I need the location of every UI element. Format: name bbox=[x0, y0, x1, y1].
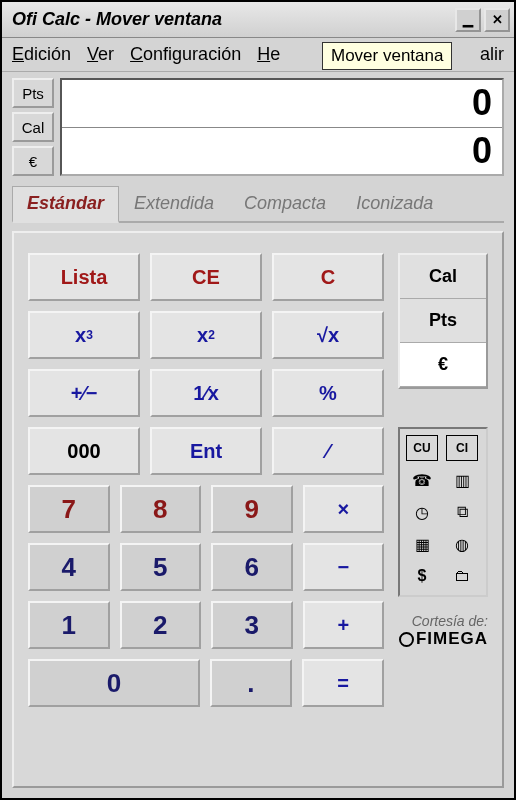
menu-ver[interactable]: Ver bbox=[87, 44, 114, 65]
key-2[interactable]: 2 bbox=[120, 601, 202, 649]
square-button[interactable]: x2 bbox=[150, 311, 262, 359]
window-title: Ofi Calc - Mover ventana bbox=[6, 9, 452, 30]
label-cal[interactable]: Cal bbox=[12, 112, 54, 142]
percent-button[interactable]: % bbox=[272, 369, 384, 417]
key-6[interactable]: 6 bbox=[211, 543, 293, 591]
sqrt-button[interactable]: √x bbox=[272, 311, 384, 359]
key-8[interactable]: 8 bbox=[120, 485, 202, 533]
folder-icon[interactable]: 🗀 bbox=[446, 563, 478, 589]
dollar-icon[interactable]: $ bbox=[406, 563, 438, 589]
key-3[interactable]: 3 bbox=[211, 601, 293, 649]
decimal-button[interactable]: . bbox=[210, 659, 292, 707]
tab-estandar[interactable]: Estándar bbox=[12, 186, 119, 223]
copy-icon[interactable]: ⧉ bbox=[446, 499, 478, 525]
key-4[interactable]: 4 bbox=[28, 543, 110, 591]
keypad-panel: Lista CE C x3 x2 √x +⁄− 1⁄x % 000 Ent ⁄ … bbox=[12, 231, 504, 788]
inverse-button[interactable]: 1⁄x bbox=[150, 369, 262, 417]
globe-icon[interactable]: ◍ bbox=[446, 531, 478, 557]
cube-button[interactable]: x3 bbox=[28, 311, 140, 359]
display-secondary: 0 bbox=[62, 128, 502, 175]
cu-icon[interactable]: CU bbox=[406, 435, 438, 461]
lista-button[interactable]: Lista bbox=[28, 253, 140, 301]
unit-eur[interactable]: € bbox=[400, 343, 486, 387]
menubar: EEdicióndición Ver Configuración HHee Mo… bbox=[2, 38, 514, 72]
slash-button[interactable]: ⁄ bbox=[272, 427, 384, 475]
subtract-button[interactable]: − bbox=[303, 543, 385, 591]
brand-logo: FIMEGA bbox=[398, 629, 488, 649]
menu-salir-frag[interactable]: alir bbox=[480, 44, 504, 65]
titlebar: Ofi Calc - Mover ventana ▁ ✕ bbox=[2, 2, 514, 38]
minimize-button[interactable]: ▁ bbox=[455, 8, 481, 32]
tooltip: Mover ventana bbox=[322, 42, 452, 70]
clock-icon[interactable]: ◷ bbox=[406, 499, 438, 525]
menu-edicion[interactable]: EEdicióndición bbox=[12, 44, 71, 65]
ent-button[interactable]: Ent bbox=[150, 427, 262, 475]
menu-help[interactable]: HHee bbox=[257, 44, 280, 65]
triple-zero-button[interactable]: 000 bbox=[28, 427, 140, 475]
multiply-button[interactable]: × bbox=[303, 485, 385, 533]
unit-selector: Cal Pts € bbox=[398, 253, 488, 389]
key-7[interactable]: 7 bbox=[28, 485, 110, 533]
ci-icon[interactable]: CI bbox=[446, 435, 478, 461]
unit-cal[interactable]: Cal bbox=[400, 255, 486, 299]
calendar-icon[interactable]: ▦ bbox=[406, 531, 438, 557]
display-area: Pts Cal € 0 0 bbox=[12, 78, 504, 176]
key-9[interactable]: 9 bbox=[211, 485, 293, 533]
key-5[interactable]: 5 bbox=[120, 543, 202, 591]
key-1[interactable]: 1 bbox=[28, 601, 110, 649]
phone-icon[interactable]: ☎ bbox=[406, 467, 438, 493]
label-pts[interactable]: Pts bbox=[12, 78, 54, 108]
tabs: Estándar Extendida Compacta Iconizada bbox=[12, 186, 504, 223]
label-eur[interactable]: € bbox=[12, 146, 54, 176]
c-button[interactable]: C bbox=[272, 253, 384, 301]
add-button[interactable]: + bbox=[303, 601, 385, 649]
ce-button[interactable]: CE bbox=[150, 253, 262, 301]
unit-pts[interactable]: Pts bbox=[400, 299, 486, 343]
menu-configuracion[interactable]: Configuración bbox=[130, 44, 241, 65]
key-0[interactable]: 0 bbox=[28, 659, 200, 707]
tab-extendida[interactable]: Extendida bbox=[119, 186, 229, 221]
book-icon[interactable]: ▥ bbox=[446, 467, 478, 493]
plusminus-button[interactable]: +⁄− bbox=[28, 369, 140, 417]
equals-button[interactable]: = bbox=[302, 659, 384, 707]
cortesia-label: Cortesía de: bbox=[398, 613, 488, 629]
tools-grid: CU CI ☎ ▥ ◷ ⧉ ▦ ◍ $ 🗀 bbox=[398, 427, 488, 597]
tab-iconizada[interactable]: Iconizada bbox=[341, 186, 448, 221]
close-button[interactable]: ✕ bbox=[484, 8, 510, 32]
tab-compacta[interactable]: Compacta bbox=[229, 186, 341, 221]
display-primary: 0 bbox=[62, 80, 502, 128]
